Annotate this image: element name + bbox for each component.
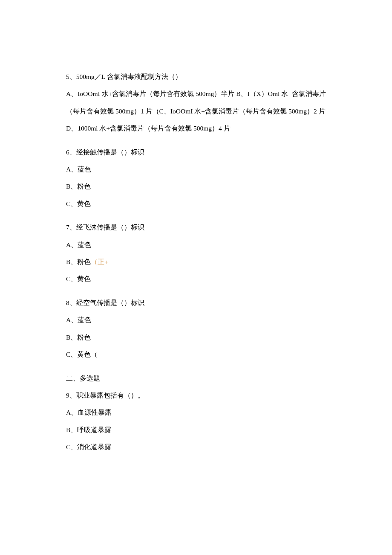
question-7: 7、经飞沫传播是（）标识 A、蓝色 B、粉色（正+ C、黄色 bbox=[66, 219, 326, 288]
question-text: 7、经飞沫传播是（）标识 bbox=[66, 219, 326, 236]
question-5: 5、500mg／L 含氯消毒液配制方法（） A、IoOOmI 水+含氯消毒片（每… bbox=[66, 68, 326, 137]
question-6: 6、经接触传播是（）标识 A、蓝色 B、粉色 C、黄色 bbox=[66, 144, 326, 212]
option-c: C、黄色（ bbox=[66, 346, 326, 363]
question-text: 5、500mg／L 含氯消毒液配制方法（） bbox=[66, 68, 326, 85]
option-a: A、血源性暴露 bbox=[66, 404, 326, 421]
question-8: 8、经空气传播是（）标识 A、蓝色 B、粉色 C、黄色（ bbox=[66, 294, 326, 363]
answer-hint: （正+ bbox=[91, 258, 108, 265]
option-c: C、黄色 bbox=[66, 195, 326, 212]
option-b: B、粉色 bbox=[66, 178, 326, 195]
question-text: 8、经空气传播是（）标识 bbox=[66, 294, 326, 311]
section-2: 二、多选题 9、职业暴露包括有（）。 A、血源性暴露 B、呼吸道暴露 C、消化道… bbox=[66, 370, 326, 456]
option-b-prefix: B、粉色 bbox=[66, 258, 91, 265]
option-c: C、消化道暴露 bbox=[66, 439, 326, 456]
option-b: B、粉色（正+ bbox=[66, 253, 326, 270]
option-b: B、呼吸道暴露 bbox=[66, 421, 326, 439]
option-line: D、1000ml 水+含氯消毒片（每片含有效氯 500mg）4 片 bbox=[66, 120, 326, 137]
question-text: 6、经接触传播是（）标识 bbox=[66, 144, 326, 161]
question-text: 9、职业暴露包括有（）。 bbox=[66, 387, 326, 404]
option-line: A、IoOOmI 水+含氯消毒片（每片含有效氯 500mg）半片 B、I（X）O… bbox=[66, 85, 326, 120]
section-header: 二、多选题 bbox=[66, 370, 326, 387]
option-c: C、黄色 bbox=[66, 270, 326, 288]
option-a: A、蓝色 bbox=[66, 311, 326, 328]
option-b: B、粉色 bbox=[66, 329, 326, 346]
option-a: A、蓝色 bbox=[66, 236, 326, 253]
option-a: A、蓝色 bbox=[66, 161, 326, 178]
